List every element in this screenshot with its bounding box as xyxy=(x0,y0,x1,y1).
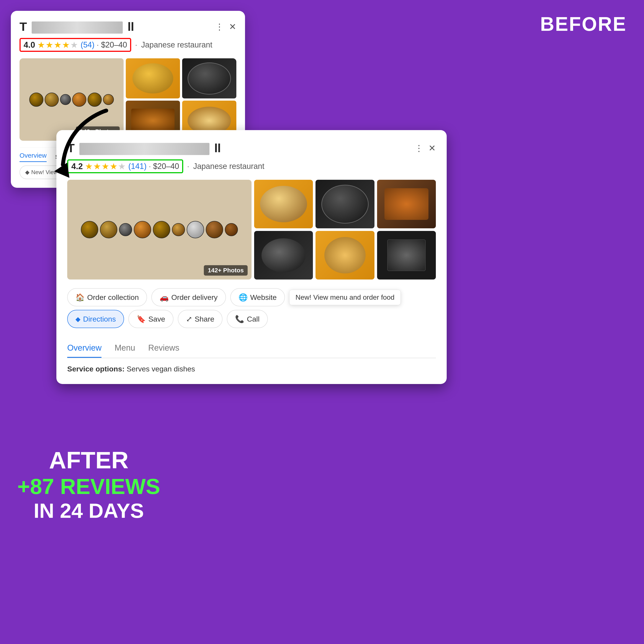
after-dish-3 xyxy=(377,180,436,228)
after-buttons-row-1: 🏠 Order collection 🚗 Order delivery 🌐 We… xyxy=(67,288,436,306)
after-bowl-3 xyxy=(119,223,132,236)
after-bowl-4 xyxy=(134,221,151,238)
after-thumb-2 xyxy=(315,180,374,228)
dish-2 xyxy=(188,62,231,95)
call-button[interactable]: 📞 Call xyxy=(227,310,268,328)
after-bowl-container xyxy=(67,180,252,280)
after-more-button[interactable]: ⋮ xyxy=(415,143,423,153)
after-price: $20–40 xyxy=(153,162,179,171)
after-thumb-6 xyxy=(377,231,436,280)
before-type: Japanese restaurant xyxy=(141,40,212,49)
thumb-2-dish xyxy=(182,58,236,98)
after-bowl-5 xyxy=(153,221,170,238)
dish-3 xyxy=(131,109,175,133)
after-service-label: Service options: xyxy=(67,365,125,373)
save-icon: 🔖 xyxy=(137,315,146,323)
after-close-button[interactable]: ✕ xyxy=(428,143,436,153)
after-dish-5 xyxy=(315,231,374,280)
after-bowl-8 xyxy=(206,221,223,238)
order-delivery-label: Order delivery xyxy=(171,293,218,302)
after-review-count: (141) xyxy=(128,162,147,171)
title-start: T xyxy=(20,20,27,33)
after-food-1 xyxy=(260,186,307,222)
after-reviews-text: +87 REVIEWS xyxy=(17,474,160,499)
after-thumb-4 xyxy=(254,231,313,280)
after-type: Japanese restaurant xyxy=(193,162,264,171)
after-photo-grid: 142+ Photos xyxy=(67,180,436,280)
before-tab-overview[interactable]: Overview xyxy=(20,152,47,162)
after-dish-4 xyxy=(254,231,313,280)
before-card-title: T ll xyxy=(20,20,134,34)
title-blurred xyxy=(32,21,123,34)
after-title-end: ll xyxy=(214,141,221,155)
after-card-icons: ⋮ ✕ xyxy=(415,143,436,153)
before-stars: ★★★★★ xyxy=(37,40,78,50)
save-label: Save xyxy=(148,315,165,323)
order-collection-button[interactable]: 🏠 Order collection xyxy=(67,288,147,306)
after-food-2 xyxy=(321,185,368,224)
after-service-row: Service options: Serves vegan dishes xyxy=(67,365,436,373)
after-photo-main: 142+ Photos xyxy=(67,180,252,280)
after-buttons-row-2: ◆ Directions 🔖 Save ⤢ Share 📞 Call xyxy=(67,310,436,328)
dish-1 xyxy=(132,63,173,93)
tooltip-bubble: New! View menu and order food xyxy=(289,290,401,305)
before-rating-row: 4.0 ★★★★★ (54) · $20–40 · Japanese resta… xyxy=(20,38,236,52)
after-days-text: IN 24 DAYS xyxy=(17,499,160,523)
website-button[interactable]: 🌐 Website xyxy=(230,288,285,306)
after-food-6 xyxy=(387,239,425,271)
tab-menu[interactable]: Menu xyxy=(114,339,135,358)
title-end: ll xyxy=(127,20,134,33)
after-dish-1 xyxy=(254,180,313,228)
directions-button[interactable]: ◆ Directions xyxy=(67,310,124,328)
after-dish-2 xyxy=(315,180,374,228)
new-menu-icon: ◆ xyxy=(25,169,29,176)
directions-label: Directions xyxy=(83,315,116,323)
after-tabs-row: Overview Menu Reviews xyxy=(67,339,436,358)
before-dot-1: · xyxy=(97,40,99,49)
call-icon: 📞 xyxy=(235,315,244,323)
before-rating-number: 4.0 xyxy=(24,40,35,50)
order-delivery-button[interactable]: 🚗 Order delivery xyxy=(151,288,226,306)
close-button[interactable]: ✕ xyxy=(229,22,236,32)
save-button[interactable]: 🔖 Save xyxy=(128,310,173,328)
after-bowl-6 xyxy=(172,223,185,236)
order-delivery-icon: 🚗 xyxy=(160,293,169,302)
bowl-3 xyxy=(60,94,71,105)
after-text: AFTER xyxy=(49,447,129,473)
before-label: BEFORE xyxy=(540,13,627,35)
arrow-container xyxy=(50,104,115,186)
tab-reviews[interactable]: Reviews xyxy=(148,339,179,358)
before-card-icons: ⋮ ✕ xyxy=(215,22,236,32)
before-thumb-1 xyxy=(126,58,180,98)
bowl-1 xyxy=(29,93,43,107)
before-thumb-2 xyxy=(182,58,236,98)
after-dot-2: · xyxy=(187,162,189,171)
before-price: $20–40 xyxy=(101,40,127,49)
after-photo-side xyxy=(254,180,436,280)
share-icon: ⤢ xyxy=(186,315,192,323)
after-food-4 xyxy=(262,238,306,272)
before-photo-side xyxy=(126,58,236,141)
before-dot-2: · xyxy=(135,40,137,49)
more-button[interactable]: ⋮ xyxy=(215,22,224,32)
after-rating-row: 4.2 ★★★★★ (141) · $20–40 · Japanese rest… xyxy=(67,159,436,173)
share-label: Share xyxy=(195,315,214,323)
order-collection-icon: 🏠 xyxy=(75,293,85,302)
directions-icon: ◆ xyxy=(75,315,80,323)
after-bowl-1 xyxy=(81,221,98,238)
after-bowl-7 xyxy=(187,221,204,238)
bowl-6 xyxy=(103,94,114,105)
after-label-block: AFTER +87 REVIEWS IN 24 DAYS xyxy=(17,446,160,523)
tab-overview[interactable]: Overview xyxy=(67,339,101,358)
thumb-1-dish xyxy=(126,58,180,98)
after-thumb-3 xyxy=(377,180,436,228)
after-food-5 xyxy=(324,237,366,273)
before-card-header: T ll ⋮ ✕ xyxy=(20,20,236,34)
after-service-value-text: Serves vegan dishes xyxy=(127,365,195,373)
website-label: Website xyxy=(250,293,277,302)
after-photo-badge: 142+ Photos xyxy=(204,265,248,276)
order-collection-label: Order collection xyxy=(87,293,139,302)
after-dot-1: · xyxy=(149,162,151,171)
after-thumb-5 xyxy=(315,231,374,280)
share-button[interactable]: ⤢ Share xyxy=(178,310,223,328)
